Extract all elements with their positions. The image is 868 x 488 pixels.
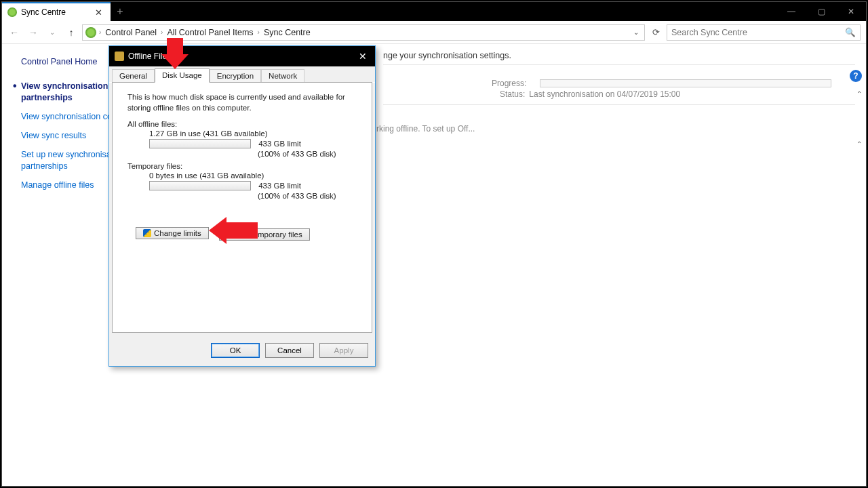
temp-limit: 433 GB limit bbox=[258, 182, 301, 190]
temp-bar bbox=[149, 181, 251, 190]
window-controls: — ▢ ✕ bbox=[776, 2, 866, 21]
tab-network[interactable]: Network bbox=[261, 69, 304, 83]
annotation-arrow-down bbox=[161, 38, 189, 69]
tab-disk-usage[interactable]: Disk Usage bbox=[155, 68, 210, 83]
change-limits-button[interactable]: Change limits bbox=[136, 227, 209, 239]
progress-label: Progress: bbox=[492, 79, 526, 88]
forward-button[interactable]: → bbox=[25, 24, 41, 41]
address-dropdown-icon[interactable]: ⌄ bbox=[631, 28, 642, 36]
all-offline-limit: 433 GB limit bbox=[258, 140, 301, 148]
offline-files-dialog: Offline Files ✕ General Disk Usage Encry… bbox=[108, 45, 376, 367]
location-icon bbox=[85, 27, 96, 38]
window-tab[interactable]: Sync Centre ✕ bbox=[2, 2, 111, 21]
temp-usage: 0 bytes in use (431 GB available) bbox=[149, 171, 359, 180]
refresh-button[interactable]: ⟳ bbox=[648, 24, 664, 41]
tab-encryption[interactable]: Encryption bbox=[210, 69, 261, 83]
chevron-right-icon: › bbox=[256, 28, 261, 36]
shield-icon bbox=[143, 229, 151, 237]
status-row: Progress: bbox=[492, 79, 855, 88]
all-offline-usage: 1.27 GB in use (431 GB available) bbox=[149, 129, 359, 138]
offline-hint: rking offline. To set up Off... bbox=[376, 124, 475, 134]
divider bbox=[383, 64, 855, 65]
dialog-close-button[interactable]: ✕ bbox=[356, 51, 370, 62]
maximize-button[interactable]: ▢ bbox=[806, 2, 836, 21]
titlebar: Sync Centre ✕ + — ▢ ✕ bbox=[2, 2, 866, 21]
progress-bar bbox=[540, 79, 831, 87]
help-icon[interactable]: ? bbox=[850, 70, 862, 82]
temp-files-label: Temporary files: bbox=[127, 162, 359, 170]
status-label: Status: bbox=[500, 89, 525, 99]
chevron-right-icon: › bbox=[98, 28, 102, 36]
toolbar: ← → ⌄ ↑ › Control Panel › All Control Pa… bbox=[2, 21, 866, 44]
back-button[interactable]: ← bbox=[6, 24, 22, 41]
dialog-button-row: OK Cancel Apply bbox=[109, 338, 375, 366]
tab-title: Sync Centre bbox=[21, 7, 66, 17]
chevron-right-icon: › bbox=[159, 28, 164, 36]
all-offline-bar bbox=[149, 139, 251, 148]
all-offline-percent: (100% of 433 GB disk) bbox=[258, 150, 359, 158]
dialog-titlebar[interactable]: Offline Files ✕ bbox=[109, 46, 375, 66]
collapse-icon[interactable]: ⌃ bbox=[856, 90, 862, 98]
status-value: Last synchronisation on 04/07/2019 15:00 bbox=[529, 89, 680, 99]
collapse-icon[interactable]: ⌃ bbox=[856, 140, 862, 148]
sync-icon bbox=[7, 7, 17, 17]
folder-icon bbox=[115, 52, 124, 61]
dialog-tabs: General Disk Usage Encryption Network bbox=[109, 66, 375, 83]
breadcrumb[interactable]: All Control Panel Items bbox=[165, 26, 254, 39]
panel-description: This is how much disk space is currently… bbox=[127, 92, 359, 113]
search-placeholder: Search Sync Centre bbox=[671, 28, 747, 37]
annotation-arrow-left bbox=[209, 217, 258, 244]
temp-percent: (100% of 433 GB disk) bbox=[258, 192, 359, 200]
breadcrumb[interactable]: Sync Centre bbox=[262, 26, 312, 39]
all-offline-label: All offline files: bbox=[127, 120, 359, 128]
tab-general[interactable]: General bbox=[112, 69, 155, 83]
tab-close-icon[interactable]: ✕ bbox=[92, 7, 105, 18]
new-tab-button[interactable]: + bbox=[111, 2, 130, 21]
change-limits-label: Change limits bbox=[154, 229, 201, 237]
close-window-button[interactable]: ✕ bbox=[836, 2, 866, 21]
status-row: Status: Last synchronisation on 04/07/20… bbox=[500, 89, 855, 99]
search-input[interactable]: Search Sync Centre 🔍 bbox=[667, 24, 861, 41]
minimize-button[interactable]: — bbox=[776, 2, 806, 21]
cancel-button[interactable]: Cancel bbox=[265, 343, 314, 358]
page-description: nge your synchronisation settings. bbox=[383, 51, 855, 60]
up-button[interactable]: ↑ bbox=[63, 24, 79, 41]
breadcrumb[interactable]: Control Panel bbox=[104, 26, 158, 39]
apply-button[interactable]: Apply bbox=[319, 343, 368, 358]
search-icon: 🔍 bbox=[845, 27, 856, 37]
disk-usage-panel: This is how much disk space is currently… bbox=[112, 82, 372, 333]
divider bbox=[383, 104, 855, 105]
recent-dropdown[interactable]: ⌄ bbox=[44, 24, 60, 41]
ok-button[interactable]: OK bbox=[211, 343, 260, 358]
